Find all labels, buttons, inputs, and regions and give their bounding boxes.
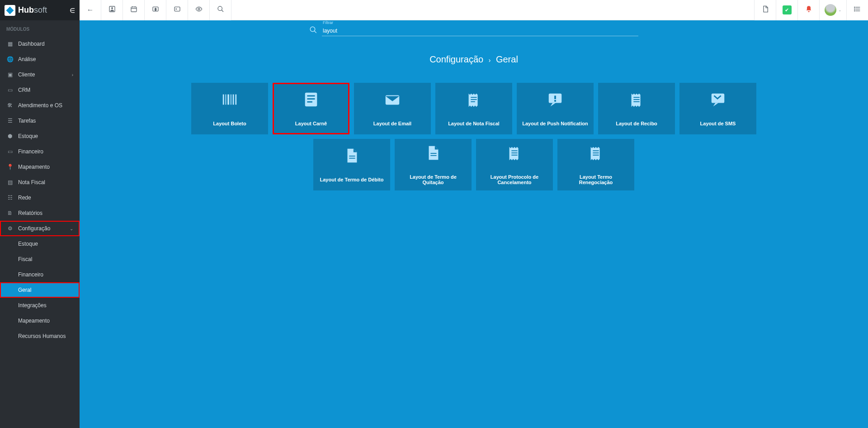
sidebar-sub-label: Recursos Humanos (18, 333, 66, 339)
card-layout-email[interactable]: Layout de Email (354, 83, 431, 134)
sidebar: Hubsoft ∈ MÓDULOS ▦ Dashboard 🌐 Análise … (0, 0, 80, 428)
svg-rect-48 (593, 150, 599, 151)
sidebar-item-crm[interactable]: ▭ CRM (0, 82, 80, 98)
notifications-button[interactable] (797, 0, 819, 20)
profile-button[interactable]: ⌄ (819, 0, 846, 20)
card-layout-termo-renegociacao[interactable]: Layout Termo Renegociação (557, 139, 634, 190)
dashboard-icon: ▦ (6, 41, 14, 47)
sidebar-item-mapeamento[interactable]: 📍 Mapeamento (0, 159, 80, 175)
svg-point-17 (854, 10, 854, 11)
sidebar-sub-label: Geral (18, 287, 31, 293)
chevron-right-icon: › (72, 72, 73, 77)
sidebar-item-label: Dashboard (18, 41, 45, 47)
sidebar-item-financeiro[interactable]: ▭ Financeiro (0, 144, 80, 159)
sidebar-item-relatorios[interactable]: 🗎 Relatórios (0, 205, 80, 221)
sidebar-item-estoque[interactable]: ⬢ Estoque (0, 128, 80, 144)
sidebar-item-atendimento[interactable]: 🛠 Atendimento e OS (0, 98, 80, 113)
card-layout-protocolo-cancelamento[interactable]: Layout Protocolo de Cancelamento (476, 139, 553, 190)
user-button[interactable] (101, 0, 123, 20)
sidebar-sub-integracoes[interactable]: Integrações (0, 298, 80, 313)
sms-icon (709, 91, 726, 112)
sidebar-sub-label: Mapeamento (18, 318, 50, 324)
svg-rect-45 (511, 150, 517, 151)
sidebar-sub-estoque[interactable]: Estoque (0, 236, 80, 252)
svg-rect-38 (633, 99, 639, 100)
breadcrumb-section: Configuração (429, 54, 483, 64)
eye-icon (195, 5, 203, 14)
sidebar-sub-mapeamento[interactable]: Mapeamento (0, 313, 80, 328)
view-button[interactable] (188, 0, 210, 20)
receipt-lines-icon (506, 144, 523, 165)
sidebar-sub-rh[interactable]: Recursos Humanos (0, 328, 80, 344)
cards-row-2: Layout de Termo de Débito Layout de Term… (180, 139, 768, 190)
svg-rect-36 (554, 100, 556, 102)
sidebar-item-rede[interactable]: ☷ Rede (0, 190, 80, 205)
card-layout-boleto[interactable]: Layout Boleto (191, 83, 268, 134)
toolbar: ← $ (80, 0, 868, 20)
card-label: Layout Termo Renegociação (563, 174, 629, 185)
card-layout-recibo[interactable]: Layout de Recibo (598, 83, 675, 134)
svg-rect-37 (633, 97, 639, 98)
file-icon (425, 144, 442, 165)
card-layout-termo-quitacao[interactable]: Layout de Termo de Quitação (395, 139, 472, 190)
sidebar-sub-label: Financeiro (18, 271, 43, 278)
svg-rect-42 (349, 158, 355, 159)
card-label: Layout de SMS (700, 121, 736, 126)
svg-line-19 (314, 31, 316, 33)
svg-rect-8 (175, 7, 180, 11)
sidebar-sub-label: Fiscal (18, 256, 32, 262)
report-icon: 🗎 (6, 210, 14, 216)
terminal-button[interactable] (166, 0, 188, 20)
menu-button[interactable] (846, 0, 868, 20)
export-pdf-button[interactable] (754, 0, 776, 20)
sidebar-item-label: Estoque (18, 133, 38, 139)
sidebar-sub-label: Estoque (18, 241, 38, 247)
svg-rect-21 (226, 95, 226, 105)
svg-rect-47 (511, 155, 517, 156)
card-label: Layout de Nota Fiscal (448, 121, 500, 126)
back-button[interactable]: ← (80, 0, 101, 20)
svg-rect-29 (307, 101, 312, 103)
sidebar-item-label: Nota Fiscal (18, 179, 45, 185)
sidebar-item-label: Configuração (18, 225, 50, 232)
filter-input[interactable] (322, 26, 638, 36)
card-label: Layout de Termo de Quitação (400, 174, 466, 185)
sidebar-item-notafiscal[interactable]: ▤ Nota Fiscal (0, 175, 80, 190)
barcode-icon (221, 91, 238, 112)
user-icon (108, 5, 116, 14)
card-layout-termo-debito[interactable]: Layout de Termo de Débito (313, 139, 390, 190)
card-layout-sms[interactable]: Layout de SMS (679, 83, 756, 134)
search-button[interactable] (210, 0, 231, 20)
breadcrumb-page: Geral (496, 54, 518, 64)
sidebar-sub-fiscal[interactable]: Fiscal (0, 252, 80, 267)
sidebar-sub-financeiro[interactable]: Financeiro (0, 267, 80, 282)
card-layout-carne[interactable]: Layout Carnê (273, 83, 349, 134)
sidebar-item-cliente[interactable]: ▣ Cliente › (0, 67, 80, 82)
svg-point-1 (111, 7, 113, 9)
card-layout-push[interactable]: Layout de Push Notification (517, 83, 594, 134)
filter-label: Filtrar (323, 20, 333, 25)
svg-text:$: $ (155, 8, 156, 11)
money-button[interactable]: $ (145, 0, 166, 20)
svg-rect-44 (430, 155, 436, 156)
sidebar-item-analise[interactable]: 🌐 Análise (0, 52, 80, 67)
content: Filtrar Configuração › Geral Layout Bole… (80, 20, 868, 428)
stock-icon: ⬢ (6, 133, 14, 139)
collapse-sidebar-icon[interactable]: ∈ (70, 7, 75, 14)
sidebar-item-configuracao[interactable]: ⚙ Configuração ⌄ (0, 221, 80, 236)
mail-icon (384, 91, 401, 112)
svg-rect-2 (131, 7, 137, 12)
calendar-button[interactable] (123, 0, 145, 20)
bell-icon (805, 5, 812, 14)
cards-row-1: Layout Boleto Layout Carnê Layout de Ema… (180, 83, 768, 134)
card-layout-notafiscal[interactable]: Layout de Nota Fiscal (435, 83, 512, 134)
sidebar-sub-geral[interactable]: Geral (0, 282, 80, 298)
card-label: Layout de Push Notification (522, 121, 588, 126)
sidebar-item-tarefas[interactable]: ☰ Tarefas (0, 113, 80, 128)
sidebar-item-dashboard[interactable]: ▦ Dashboard (0, 36, 80, 52)
status-button[interactable]: ✔ (776, 0, 797, 20)
svg-point-10 (218, 6, 222, 10)
sidebar-item-label: CRM (18, 87, 30, 93)
svg-rect-23 (231, 95, 231, 105)
svg-rect-35 (554, 95, 556, 99)
